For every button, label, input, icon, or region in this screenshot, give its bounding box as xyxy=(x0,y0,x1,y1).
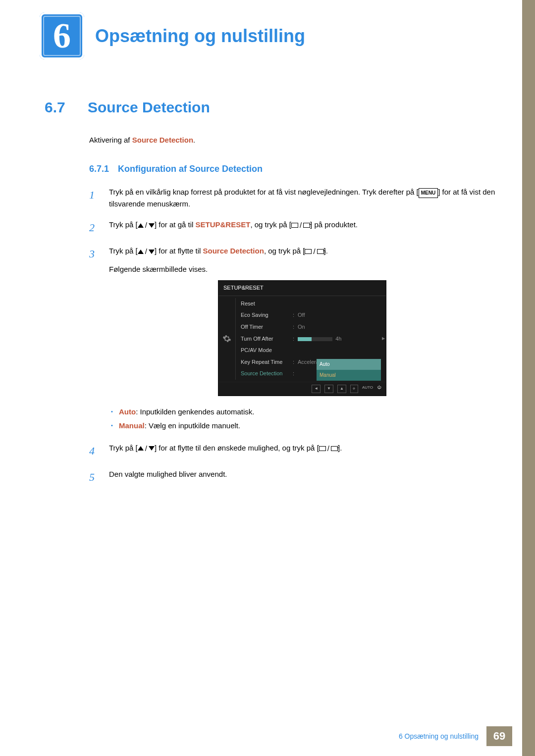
step-number: 3 xyxy=(89,245,100,433)
dropdown-option-auto: Auto xyxy=(317,359,381,370)
osd-btn-up: ▲ xyxy=(337,385,346,393)
source-icon xyxy=(331,446,338,451)
chapter-badge: 6 xyxy=(40,12,84,59)
intro-suffix: . xyxy=(193,136,195,144)
gear-icon xyxy=(218,296,235,382)
step-5: 5 Den valgte mulighed bliver anvendt. xyxy=(89,468,495,486)
rect-icon xyxy=(305,249,312,254)
step-body: Tryk på [/] for at gå til SETUP&RESET, o… xyxy=(109,219,495,236)
enter-source-icons: / xyxy=(319,443,338,454)
triangle-down-icon xyxy=(149,223,155,228)
triangle-up-icon xyxy=(138,223,144,228)
source-icon xyxy=(317,249,324,254)
bullet-keyword: Manual xyxy=(119,421,145,430)
osd-btn-power: ⏻ xyxy=(377,385,381,393)
step-text: ] for at flytte til den ønskede mulighed… xyxy=(155,444,319,452)
osd-screenshot: SETUP&RESET Reset Eco Saving:Off Off Tim… xyxy=(109,280,495,396)
osd-button-bar: ◄ ▼ ▲ ⎆ AUTO ⏻ xyxy=(218,382,386,396)
step-number: 5 xyxy=(89,468,100,486)
step-keyword: Source Detection xyxy=(203,247,264,255)
step-2: 2 Tryk på [/] for at gå til SETUP&RESET,… xyxy=(89,219,495,236)
osd-row-pcav: PC/AV Mode xyxy=(241,345,386,356)
step-number: 2 xyxy=(89,219,100,236)
bullet-keyword: Auto xyxy=(119,407,136,416)
step-body: Tryk på [/] for at flytte til Source Det… xyxy=(109,245,495,433)
step-body: Tryk på en vilkårlig knap forrest på pro… xyxy=(109,186,495,210)
step-text: Tryk på [ xyxy=(109,220,138,229)
bullet-text: : Inputkilden genkendes automatisk. xyxy=(136,407,254,416)
step-text: Tryk på en vilkårlig knap forrest på pro… xyxy=(109,188,419,196)
enter-source-icons: / xyxy=(305,246,323,257)
content: 6.7 Source Detection Aktivering af Sourc… xyxy=(45,99,495,495)
step-1: 1 Tryk på en vilkårlig knap forrest på p… xyxy=(89,186,495,210)
triangle-up-icon xyxy=(138,446,144,451)
osd-dropdown: Auto Manual xyxy=(317,359,381,381)
enter-source-icons: / xyxy=(291,219,310,231)
bullet-text: : Vælg en inputkilde manuelt. xyxy=(145,421,240,430)
bullet-manual: Manual: Vælg en inputkilde manuelt. xyxy=(109,419,495,433)
side-stripe xyxy=(522,0,535,756)
triangle-up-icon xyxy=(138,250,144,254)
osd-btn-auto: AUTO xyxy=(362,385,373,393)
section-number: 6.7 xyxy=(45,99,77,116)
step-keyword: SETUP&RESET xyxy=(196,220,251,229)
osd-row-offtimer: Off Timer:On xyxy=(241,321,386,333)
step-body: Tryk på [/] for at flytte til den ønsked… xyxy=(109,442,495,459)
page-footer: 6 Opsætning og nulstilling 69 xyxy=(399,726,512,746)
chevron-right-icon: ▶ xyxy=(382,336,385,342)
step-3: 3 Tryk på [/] for at flytte til Source D… xyxy=(89,245,495,433)
up-down-icons: / xyxy=(138,443,155,454)
chapter-title: Opsætning og nulstilling xyxy=(95,26,305,47)
osd-panel: SETUP&RESET Reset Eco Saving:Off Off Tim… xyxy=(218,280,386,396)
section-heading: 6.7 Source Detection xyxy=(45,99,495,116)
osd-menu: Reset Eco Saving:Off Off Timer:On Turn O… xyxy=(235,296,386,382)
osd-row-eco: Eco Saving:Off xyxy=(241,309,386,321)
step-number: 1 xyxy=(89,186,100,210)
intro-prefix: Aktivering af xyxy=(89,136,132,144)
step-follow-text: Følgende skærmbillede vises. xyxy=(109,263,495,275)
step-text: ] for at gå til xyxy=(155,220,196,229)
menu-button-icon: MENU xyxy=(419,188,438,198)
footer-text: 6 Opsætning og nulstilling xyxy=(399,732,479,740)
source-icon xyxy=(303,223,310,228)
osd-row-reset: Reset xyxy=(241,298,386,310)
subsection-heading: 6.7.1 Konfiguration af Source Detection xyxy=(89,164,495,174)
page-number: 69 xyxy=(486,726,512,746)
steps-list: 1 Tryk på en vilkårlig knap forrest på p… xyxy=(89,186,495,486)
rect-icon xyxy=(291,223,298,228)
step-text: ] for at flytte til xyxy=(155,247,203,255)
bullet-auto: Auto: Inputkilden genkendes automatisk. xyxy=(109,405,495,419)
osd-btn-down: ▼ xyxy=(324,385,333,393)
triangle-down-icon xyxy=(149,446,155,451)
up-down-icons: / xyxy=(138,246,155,257)
section-title: Source Detection xyxy=(88,99,210,116)
up-down-icons: / xyxy=(138,219,155,231)
osd-btn-enter: ⎆ xyxy=(350,385,358,393)
step-text: , og tryk på [ xyxy=(264,247,305,255)
intro-keyword: Source Detection xyxy=(132,136,193,144)
rect-icon xyxy=(319,446,326,451)
step-number: 4 xyxy=(89,442,100,459)
progress-bar-icon xyxy=(298,337,332,341)
chapter-number: 6 xyxy=(53,15,71,56)
osd-title: SETUP&RESET xyxy=(218,281,386,296)
subsection-title: Konfiguration af Source Detection xyxy=(118,164,263,174)
subsection-number: 6.7.1 xyxy=(89,164,109,174)
step-text: , og tryk på [ xyxy=(250,220,291,229)
dropdown-option-manual: Manual xyxy=(317,370,381,381)
chapter-header: 6 Opsætning og nulstilling xyxy=(40,12,305,59)
osd-btn-left: ◄ xyxy=(312,385,321,393)
osd-row-turnoff: Turn Off After: 4h xyxy=(241,333,386,345)
option-bullets: Auto: Inputkilden genkendes automatisk. … xyxy=(109,405,495,433)
osd-body: Reset Eco Saving:Off Off Timer:On Turn O… xyxy=(218,296,386,382)
triangle-down-icon xyxy=(149,250,155,254)
step-text: ] på produktet. xyxy=(310,220,358,229)
intro-line: Aktivering af Source Detection. xyxy=(89,136,495,144)
step-text: Tryk på [ xyxy=(109,247,138,255)
step-body: Den valgte mulighed bliver anvendt. xyxy=(109,468,495,486)
step-4: 4 Tryk på [/] for at flytte til den ønsk… xyxy=(89,442,495,459)
step-text: Tryk på [ xyxy=(109,444,138,452)
